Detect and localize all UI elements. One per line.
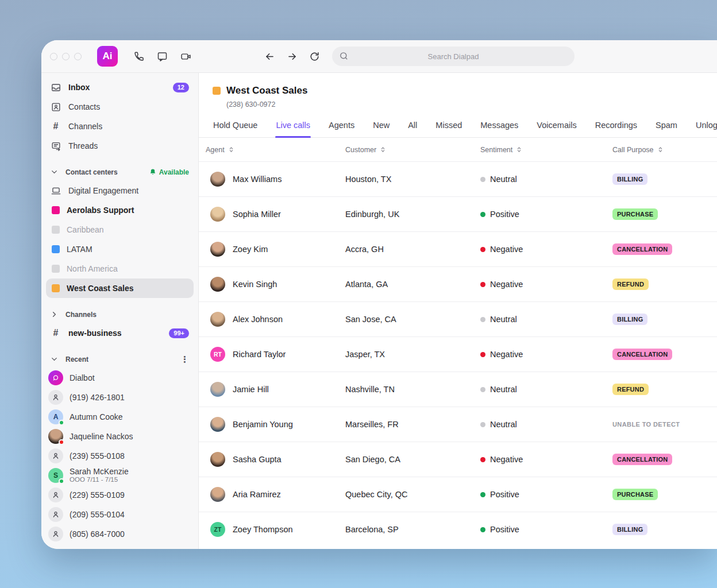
contact-centers-header[interactable]: Contact centers Available [41, 164, 198, 181]
table-row[interactable]: Sophia Miller Edinburgh, UK Positive PUR… [199, 196, 717, 231]
tab-recordings[interactable]: Recordings [595, 117, 638, 137]
recent-list-item[interactable]: (919) 426-1801 [41, 388, 198, 407]
table-row[interactable]: Benjamin Young Marseilles, FR Neutral UN… [199, 407, 717, 442]
presence-dot [59, 439, 64, 445]
recent-list-item[interactable]: (209) 555-0104 [41, 505, 198, 524]
sidebar-item-contact-center[interactable]: Caribbean [41, 220, 198, 239]
search-input[interactable] [332, 47, 575, 66]
forward-arrow-icon[interactable] [287, 51, 298, 62]
video-icon[interactable] [180, 51, 192, 63]
chevron-down-icon[interactable] [50, 355, 59, 364]
sidebar-item-channels[interactable]: # Channels [41, 117, 198, 136]
table-row[interactable]: RT Richard Taylor Jasper, TX Negative CA… [199, 336, 717, 372]
agent-name: Zoey Thompson [233, 525, 293, 534]
sidebar-item-contact-center[interactable]: LATAM [41, 239, 198, 259]
sentiment-dot [480, 352, 485, 357]
topbar: Ai [41, 40, 717, 73]
window-control-close[interactable] [50, 53, 57, 60]
agent-name: Richard Taylor [233, 350, 286, 359]
chat-icon[interactable] [156, 51, 168, 63]
column-header-agent[interactable]: Agent [206, 146, 345, 154]
sentiment-dot [480, 317, 485, 322]
tab-spam[interactable]: Spam [655, 117, 678, 137]
table-row[interactable]: Jamie Hill Nashville, TN Neutral REFUND [199, 372, 717, 407]
tab-agents[interactable]: Agents [328, 117, 355, 137]
recent-section-label: Recent [65, 355, 88, 363]
recent-header[interactable]: Recent ⋮ [41, 351, 198, 368]
table-row[interactable]: Max Williams Houston, TX Neutral BILLING [199, 161, 717, 196]
tab-voicemails[interactable]: Voicemails [536, 117, 577, 137]
chevron-down-icon[interactable] [50, 168, 59, 177]
page-title: West Coast Sales [226, 85, 307, 96]
color-square [52, 226, 60, 234]
window-control-zoom[interactable] [74, 53, 82, 60]
column-header-call-purpose[interactable]: Call Purpose [612, 146, 717, 154]
sentiment-dot [480, 282, 485, 287]
recent-list-item[interactable]: A Autumn Cooke [41, 407, 198, 427]
sidebar-item-contacts[interactable]: Contacts [41, 97, 198, 117]
window-control-minimize[interactable] [62, 53, 70, 60]
availability-status[interactable]: Available [159, 168, 189, 176]
recent-list: Dialbot (919) 426-1801 A Autumn Cooke Ja… [41, 368, 198, 544]
sidebar-item-channel-new-business[interactable]: # new-business 99+ [41, 323, 198, 343]
column-header-customer[interactable]: Customer [345, 146, 480, 154]
window-controls[interactable] [50, 53, 82, 60]
tab-unlogged[interactable]: Unlogged [695, 117, 717, 137]
table-row[interactable]: Kevin Singh Atlanta, GA Negative REFUND [199, 266, 717, 301]
person-icon [48, 507, 63, 522]
presence-dot [59, 478, 64, 484]
inbox-icon [50, 82, 61, 93]
sidebar-item-selected-west-coast-sales[interactable]: West Coast Sales [46, 278, 194, 298]
sidebar-item-inbox[interactable]: Inbox 12 [41, 78, 198, 97]
agent-name: Jamie Hill [233, 385, 269, 394]
tab-missed[interactable]: Missed [435, 117, 462, 137]
table-row[interactable]: ZT Zoey Thompson Barcelona, SP Positive … [199, 512, 717, 547]
recent-list-item[interactable]: Jaqueline Nackos [41, 427, 198, 446]
global-search[interactable] [332, 47, 575, 66]
avatar [48, 429, 63, 444]
table-row[interactable]: Aria Ramirez Quebec City, QC Positive PU… [199, 477, 717, 512]
sidebar-item-contact-center[interactable]: Aerolabs Support [41, 200, 198, 220]
sort-icon[interactable] [379, 146, 387, 153]
chevron-right-icon[interactable] [50, 310, 59, 319]
sort-icon[interactable] [515, 146, 523, 153]
bell-icon [149, 168, 157, 176]
recent-list-item[interactable]: Dialbot [41, 368, 198, 388]
refresh-icon[interactable] [309, 51, 320, 62]
phone-icon[interactable] [133, 51, 145, 63]
table-row[interactable]: Sasha Gupta San Diego, CA Negative CANCE… [199, 442, 717, 477]
agent-name: Zoey Kim [233, 245, 268, 254]
sidebar-item-contact-center[interactable]: North America [41, 259, 198, 278]
agent-avatar [210, 312, 225, 327]
recent-list-item[interactable]: (239) 555-0108 [41, 446, 198, 466]
agent-avatar [210, 417, 225, 432]
sentiment-dot [480, 177, 485, 182]
customer-location: San Diego, CA [345, 455, 480, 464]
tab-messages[interactable]: Messages [480, 117, 519, 137]
tab-all[interactable]: All [407, 117, 418, 137]
unread-count-badge: 12 [173, 83, 189, 92]
sidebar-item-threads[interactable]: Threads [41, 136, 198, 156]
tab-hold-queue[interactable]: Hold Queue [213, 117, 258, 137]
sort-icon[interactable] [657, 146, 664, 153]
channels-header[interactable]: Channels [41, 306, 198, 323]
sentiment-dot [480, 422, 485, 427]
kebab-menu-icon[interactable]: ⋮ [180, 354, 189, 365]
tab-live-calls[interactable]: Live calls [275, 117, 311, 137]
sentiment-label: Neutral [490, 420, 517, 429]
tab-new[interactable]: New [372, 117, 390, 137]
sidebar: Inbox 12 Contacts # Channels Threads Con… [41, 73, 199, 549]
sidebar-item-contact-center[interactable]: Digital Engagement [41, 181, 198, 200]
table-body: Max Williams Houston, TX Neutral BILLING… [199, 161, 717, 547]
sort-icon[interactable] [228, 146, 235, 153]
back-arrow-icon[interactable] [264, 51, 275, 62]
recent-list-item[interactable]: (229) 555-0109 [41, 485, 198, 505]
recent-list-item[interactable]: S Sarah McKenzie OOO 7/11 - 7/15 [41, 466, 198, 485]
table-row[interactable]: Zoey Kim Accra, GH Negative CANCELLATION [199, 231, 717, 266]
sidebar-item-label: Threads [68, 141, 189, 150]
column-header-sentiment[interactable]: Sentiment [480, 146, 612, 154]
recent-list-item[interactable]: (805) 684-7000 [41, 524, 198, 544]
agent-name: Sophia Miller [233, 210, 281, 219]
call-purpose-badge: CANCELLATION [612, 243, 672, 255]
table-row[interactable]: Alex Johnson San Jose, CA Neutral BILLIN… [199, 301, 717, 336]
